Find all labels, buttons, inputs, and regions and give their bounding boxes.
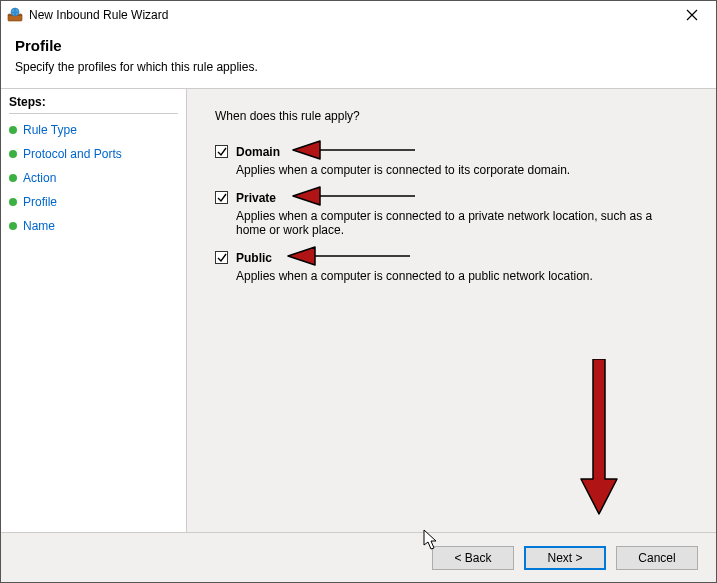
rule-apply-question: When does this rule apply? (215, 109, 692, 123)
option-public-desc: Applies when a computer is connected to … (236, 269, 656, 283)
wizard-body: Steps: Rule Type Protocol and Ports Acti… (1, 89, 716, 532)
option-domain-desc: Applies when a computer is connected to … (236, 163, 656, 177)
button-bar: < Back Next > Cancel (1, 532, 716, 582)
option-public-label: Public (236, 251, 272, 265)
step-label: Profile (23, 195, 57, 209)
option-private-label: Private (236, 191, 276, 205)
page-subtitle: Specify the profiles for which this rule… (15, 60, 702, 74)
arrow-annotation-icon (577, 359, 621, 519)
steps-sidebar: Steps: Rule Type Protocol and Ports Acti… (1, 89, 187, 532)
cancel-button[interactable]: Cancel (616, 546, 698, 570)
page-title: Profile (15, 37, 702, 54)
step-name[interactable]: Name (9, 214, 178, 238)
checkmark-icon (217, 147, 227, 157)
option-domain-label: Domain (236, 145, 280, 159)
back-button[interactable]: < Back (432, 546, 514, 570)
arrow-annotation-icon (280, 241, 410, 271)
step-list: Rule Type Protocol and Ports Action Prof… (9, 118, 178, 238)
steps-header: Steps: (9, 95, 178, 114)
bullet-icon (9, 126, 17, 134)
close-button[interactable] (672, 2, 712, 28)
step-profile[interactable]: Profile (9, 190, 178, 214)
app-icon (7, 7, 23, 23)
option-private-row: Private (215, 191, 692, 205)
svg-point-1 (11, 8, 19, 16)
step-label: Name (23, 219, 55, 233)
bullet-icon (9, 198, 17, 206)
bullet-icon (9, 174, 17, 182)
step-label: Action (23, 171, 56, 185)
wizard-header: Profile Specify the profiles for which t… (1, 29, 716, 80)
option-private-desc: Applies when a computer is connected to … (236, 209, 656, 237)
step-rule-type[interactable]: Rule Type (9, 118, 178, 142)
step-action[interactable]: Action (9, 166, 178, 190)
checkbox-private[interactable] (215, 191, 228, 204)
wizard-window: New Inbound Rule Wizard Profile Specify … (0, 0, 717, 583)
step-label: Protocol and Ports (23, 147, 122, 161)
close-icon (686, 9, 698, 21)
step-protocol-ports[interactable]: Protocol and Ports (9, 142, 178, 166)
checkmark-icon (217, 253, 227, 263)
checkmark-icon (217, 193, 227, 203)
step-label: Rule Type (23, 123, 77, 137)
checkbox-domain[interactable] (215, 145, 228, 158)
window-title: New Inbound Rule Wizard (29, 8, 672, 22)
bullet-icon (9, 150, 17, 158)
arrow-annotation-icon (285, 181, 415, 211)
next-button[interactable]: Next > (524, 546, 606, 570)
arrow-annotation-icon (285, 135, 415, 165)
checkbox-public[interactable] (215, 251, 228, 264)
content-panel: When does this rule apply? Domain Applie… (187, 89, 716, 532)
title-bar: New Inbound Rule Wizard (1, 1, 716, 29)
option-domain-row: Domain (215, 145, 692, 159)
option-public-row: Public (215, 251, 692, 265)
bullet-icon (9, 222, 17, 230)
